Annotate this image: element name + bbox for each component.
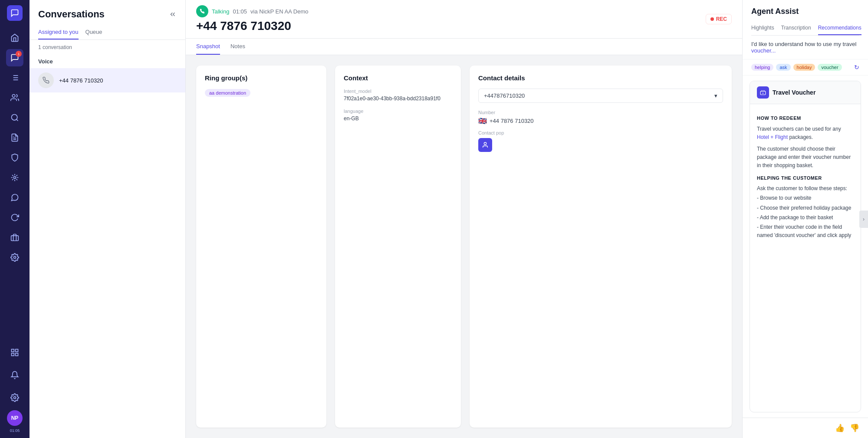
tag-helping[interactable]: helping (751, 64, 773, 71)
tag-ask[interactable]: ask (776, 64, 790, 71)
language-value: en-GB (344, 115, 452, 122)
svg-point-18 (14, 397, 16, 399)
context-card: Context Intent_model 7f02a1e0-ae30-43bb-… (335, 66, 461, 428)
tag-voucher[interactable]: voucher (818, 64, 842, 71)
call-timer: 01:05 (233, 8, 247, 15)
number-label: Number (478, 110, 723, 115)
tab-highlights[interactable]: Highlights (751, 21, 774, 35)
sidebar-bottom: NP 01:05 (6, 342, 23, 433)
svg-point-19 (484, 142, 486, 145)
contact-card: Contact details +447876710320 ▾ Number 🇬… (470, 66, 732, 428)
svg-point-13 (14, 257, 16, 259)
cards-area: Ring group(s) aa demonstration Context I… (186, 55, 742, 438)
conversations-title: Conversations (38, 9, 105, 20)
number-row: Number 🇬🇧 +44 7876 710320 (478, 110, 723, 125)
flag-icon: 🇬🇧 (478, 117, 487, 125)
sidebar-item-settings2[interactable] (6, 249, 23, 266)
tag-holiday[interactable]: holiday (793, 64, 815, 71)
thumbs-up-button[interactable]: 👍 (835, 423, 845, 433)
step-4: - Enter their voucher code in the field … (757, 223, 854, 240)
intent-value: 7f02a1e0-ae30-43bb-938a-bdd2318a91f0 (344, 96, 452, 102)
call-status-text: Talking (212, 8, 229, 15)
contact-dropdown[interactable]: +447876710320 ▾ (478, 89, 723, 103)
sidebar: 1 NP (0, 0, 30, 438)
svg-rect-14 (12, 349, 14, 352)
tab-snapshot[interactable]: Snapshot (196, 39, 220, 55)
language-label: language (344, 109, 452, 114)
refresh-icon[interactable]: ↻ (854, 64, 859, 71)
call-status-row: Talking 01:05 via NickP EN AA Demo (196, 5, 308, 17)
main-content: Talking 01:05 via NickP EN AA Demo +44 7… (186, 0, 742, 438)
agent-footer: 👍 👎 (743, 418, 868, 438)
svg-rect-17 (12, 353, 14, 356)
voucher-card-header: Travel Voucher (750, 81, 861, 104)
sidebar-item-list[interactable] (6, 69, 23, 86)
conversation-tabs: Assigned to you Queue (30, 25, 185, 40)
hotel-flight-link[interactable]: Hotel + Flight (757, 134, 788, 140)
ring-group-title: Ring group(s) (205, 74, 318, 82)
agent-assist-panel: Agent Assist Highlights Transcription Re… (742, 0, 868, 438)
tab-transcription[interactable]: Transcription (781, 21, 811, 35)
sidebar-item-automation[interactable] (6, 209, 23, 226)
collapse-panel-button[interactable] (169, 10, 177, 18)
voucher-steps: - Browse to our website - Choose their p… (757, 194, 854, 240)
sidebar-item-search[interactable] (6, 109, 23, 126)
step-3: - Add the package to their basket (757, 214, 854, 222)
svg-rect-15 (16, 349, 18, 352)
svg-rect-16 (16, 353, 18, 356)
conversation-count: 1 conversation (30, 40, 185, 55)
transcript-link[interactable]: voucher... (751, 47, 776, 54)
sidebar-grid-icon[interactable] (6, 344, 23, 361)
sidebar-settings-icon[interactable] (6, 389, 23, 406)
contact-pop-label: Contact pop (478, 130, 723, 135)
conversation-list-item[interactable]: +44 7876 710320 (30, 68, 185, 92)
voucher-body: HOW TO REDEEM Travel vouchers can be use… (750, 104, 861, 247)
step-1: - Browse to our website (757, 194, 854, 202)
step-2: - Choose their preferred holiday package (757, 204, 854, 212)
sidebar-item-shield[interactable] (6, 149, 23, 166)
agent-transcript: I'd like to understand how to use my tra… (743, 36, 868, 59)
svg-line-8 (16, 119, 18, 121)
user-timer: 01:05 (10, 428, 20, 433)
ring-group-card: Ring group(s) aa demonstration (196, 66, 326, 428)
agent-assist-title: Agent Assist (751, 7, 859, 16)
sidebar-item-reports[interactable] (6, 129, 23, 146)
agent-tags-row: helping ask holiday voucher ↻ (743, 59, 868, 76)
thumbs-down-button[interactable]: 👎 (850, 423, 859, 433)
phone-number-text: +44 7876 710320 (490, 118, 534, 124)
conversation-avatar (38, 72, 54, 88)
contact-pop-icon[interactable] (478, 138, 492, 152)
sidebar-item-puzzle[interactable] (6, 169, 23, 186)
call-via-text: via NickP EN AA Demo (250, 8, 308, 15)
tab-recommendations[interactable]: Recommendations (818, 21, 861, 35)
user-avatar[interactable]: NP (7, 410, 23, 426)
context-title: Context (344, 74, 452, 82)
tab-notes[interactable]: Notes (230, 39, 245, 55)
content-tabs: Snapshot Notes (186, 39, 742, 55)
intent-label: Intent_model (344, 89, 452, 94)
rec-badge: REC (706, 14, 732, 24)
rec-dot (710, 17, 714, 21)
ring-group-tag: aa demonstration (205, 89, 250, 97)
conversations-panel: Conversations Assigned to you Queue 1 co… (30, 0, 186, 438)
number-value: 🇬🇧 +44 7876 710320 (478, 117, 723, 125)
sidebar-item-chat2[interactable] (6, 189, 23, 206)
helping-heading: HELPING THE CUSTOMER (757, 175, 854, 182)
expand-panel-arrow[interactable]: › (859, 211, 868, 228)
rec-label: REC (716, 16, 727, 22)
sidebar-item-conversations[interactable]: 1 (6, 49, 23, 66)
sidebar-bell-icon[interactable] (6, 366, 23, 384)
how-to-redeem-heading: HOW TO REDEEM (757, 115, 854, 122)
svg-point-6 (12, 95, 15, 98)
sidebar-item-contacts[interactable] (6, 89, 23, 106)
voucher-icon (757, 86, 769, 99)
sidebar-item-home[interactable] (6, 29, 23, 46)
tab-queue[interactable]: Queue (85, 25, 102, 40)
contact-card-title: Contact details (478, 74, 723, 82)
sidebar-item-briefcase[interactable] (6, 229, 23, 246)
voice-section-title: Voice (30, 55, 185, 68)
context-intent-row: Intent_model 7f02a1e0-ae30-43bb-938a-bdd… (344, 89, 452, 102)
transcript-text: I'd like to understand how to use my tra… (751, 41, 856, 47)
sidebar-logo[interactable] (7, 5, 23, 21)
tab-assigned-to-you[interactable]: Assigned to you (38, 25, 79, 40)
